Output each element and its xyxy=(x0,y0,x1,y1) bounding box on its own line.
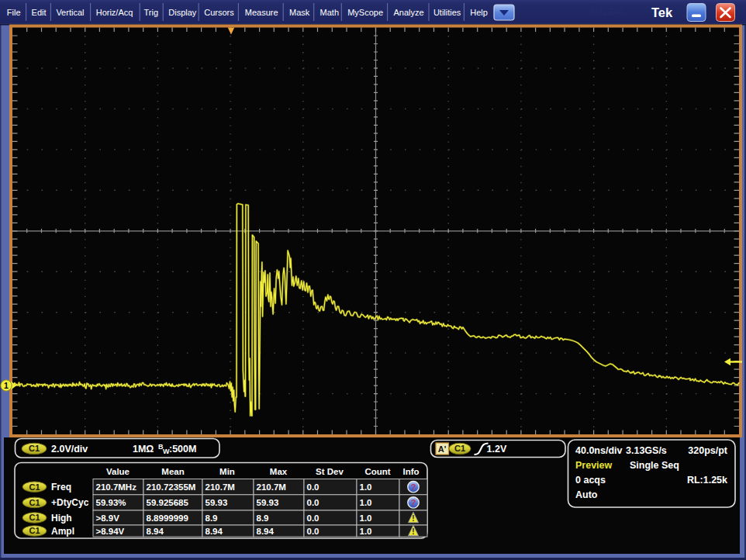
svg-text:C1: C1 xyxy=(29,482,40,492)
svg-text:>8.94V: >8.94V xyxy=(96,527,125,536)
svg-text:1: 1 xyxy=(4,381,9,390)
svg-text:1MΩ: 1MΩ xyxy=(133,444,154,455)
svg-text:8.9: 8.9 xyxy=(205,513,218,523)
svg-text:File: File xyxy=(7,8,21,17)
svg-text:210.7MHz: 210.7MHz xyxy=(96,482,137,492)
svg-text:Info: Info xyxy=(402,467,419,476)
svg-text:40.0ns/div: 40.0ns/div xyxy=(575,445,622,456)
svg-text:C1: C1 xyxy=(29,526,40,535)
svg-text:Trig: Trig xyxy=(144,8,159,17)
svg-text:Count: Count xyxy=(364,467,390,476)
svg-text:+DtyCyc: +DtyCyc xyxy=(51,497,89,508)
svg-text:?: ? xyxy=(411,482,416,492)
svg-text:Math: Math xyxy=(320,8,339,17)
svg-text:A': A' xyxy=(438,444,447,454)
svg-text:1.0: 1.0 xyxy=(360,482,372,492)
svg-text:210.7M: 210.7M xyxy=(205,482,235,492)
svg-text:210.7M: 210.7M xyxy=(257,482,286,492)
svg-text:320ps/pt: 320ps/pt xyxy=(688,445,728,456)
svg-text:>8.9V: >8.9V xyxy=(96,513,120,523)
svg-text:210.72355M: 210.72355M xyxy=(147,482,196,492)
svg-text:C1: C1 xyxy=(454,444,465,453)
svg-text:Tek: Tek xyxy=(651,5,673,19)
svg-text:C1: C1 xyxy=(29,444,40,453)
svg-text:Edit: Edit xyxy=(32,8,47,17)
svg-text:59.93%: 59.93% xyxy=(96,498,126,507)
svg-text:5M1.E46: 5M1.E46 xyxy=(591,7,623,16)
svg-text:C1: C1 xyxy=(29,513,40,522)
svg-text:0.0: 0.0 xyxy=(307,482,319,492)
svg-text:1.2V: 1.2V xyxy=(487,444,507,455)
svg-text:!: ! xyxy=(412,514,414,523)
svg-text:Mask: Mask xyxy=(289,8,310,17)
svg-text:!: ! xyxy=(412,527,414,536)
svg-text:Help: Help xyxy=(470,8,488,17)
svg-text:0 acqs: 0 acqs xyxy=(575,475,606,486)
svg-text:Min: Min xyxy=(219,467,235,476)
svg-text:MyScope: MyScope xyxy=(347,8,383,17)
svg-text:8.8999999: 8.8999999 xyxy=(147,513,188,523)
svg-text:8.94: 8.94 xyxy=(205,527,223,536)
svg-text:2.0V/div: 2.0V/div xyxy=(51,444,88,455)
svg-text:Auto: Auto xyxy=(575,489,598,500)
svg-text:8.94: 8.94 xyxy=(147,527,164,536)
svg-text:C1: C1 xyxy=(29,498,40,507)
svg-text:Vertical: Vertical xyxy=(56,8,84,17)
svg-text:?: ? xyxy=(411,498,416,507)
svg-text:1.0: 1.0 xyxy=(360,513,372,523)
svg-text:Preview: Preview xyxy=(575,460,613,471)
svg-text:Measure: Measure xyxy=(245,8,278,17)
svg-text:Display: Display xyxy=(168,8,197,17)
svg-text:Utilities: Utilities xyxy=(433,8,461,17)
svg-text:Freq: Freq xyxy=(51,482,71,493)
svg-text:Single Seq: Single Seq xyxy=(630,460,679,471)
svg-text:Analyze: Analyze xyxy=(394,8,424,17)
svg-text:Cursors: Cursors xyxy=(204,8,234,17)
svg-text:High: High xyxy=(51,513,72,524)
svg-text:3.13GS/s: 3.13GS/s xyxy=(626,445,667,456)
svg-text:59.925685: 59.925685 xyxy=(147,498,189,507)
svg-text:Ampl: Ampl xyxy=(51,526,74,537)
svg-text:59.93: 59.93 xyxy=(257,498,279,507)
svg-text:Horiz/Acq: Horiz/Acq xyxy=(96,8,133,17)
svg-text:Value: Value xyxy=(106,467,130,476)
svg-text:0.0: 0.0 xyxy=(307,513,319,523)
svg-text:RL:1.25k: RL:1.25k xyxy=(687,475,727,486)
svg-text:8.94: 8.94 xyxy=(257,527,275,536)
svg-text:St Dev: St Dev xyxy=(316,467,344,476)
svg-text:1.0: 1.0 xyxy=(360,498,372,507)
svg-text:59.93: 59.93 xyxy=(205,498,228,507)
svg-text:Max: Max xyxy=(270,467,288,476)
svg-text:1.0: 1.0 xyxy=(360,527,372,536)
svg-text:Mean: Mean xyxy=(161,467,184,476)
svg-text:0.0: 0.0 xyxy=(307,498,319,507)
svg-text:0.0: 0.0 xyxy=(307,527,319,536)
svg-text::500M: :500M xyxy=(169,444,196,455)
svg-text:8.9: 8.9 xyxy=(257,513,269,523)
